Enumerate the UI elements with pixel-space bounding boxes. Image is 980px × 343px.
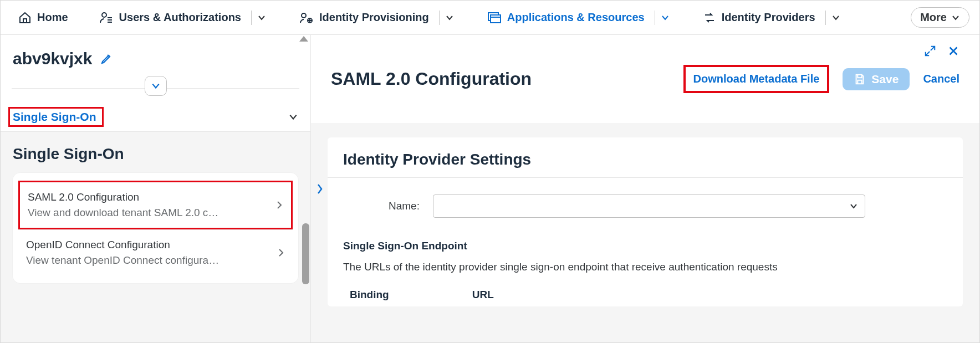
save-button[interactable]: Save (843, 68, 910, 90)
nav-users-label: Users & Authorizations (119, 11, 241, 24)
nav-users-dropdown[interactable] (254, 13, 269, 22)
nav-idp-dropdown[interactable] (828, 13, 844, 22)
apps-icon (487, 11, 502, 24)
highlight-box: Download Metadata File (683, 65, 830, 93)
nav-apps[interactable]: Applications & Resources (479, 7, 652, 29)
tenant-header: abv9kvjxk (1, 35, 310, 74)
item-title: SAML 2.0 Configuration (28, 191, 270, 203)
sidebar: abv9kvjxk Single Sign-On Single Sign-On (1, 35, 311, 342)
page-title: SAML 2.0 Configuration (331, 69, 532, 89)
svg-point-0 (102, 13, 106, 17)
table-header: Binding URL (328, 283, 963, 306)
split-handle[interactable] (311, 173, 329, 204)
provisioning-icon (299, 11, 314, 24)
content: SAML 2.0 Configuration Download Metadata… (311, 35, 979, 342)
tab-single-sign-on[interactable]: Single Sign-On (1, 103, 310, 132)
nav-separator (439, 11, 440, 25)
expand-icon[interactable] (924, 45, 936, 57)
sso-endpoint-heading: Single Sign-On Endpoint (328, 234, 963, 257)
chevron-down-icon (849, 202, 858, 211)
panel-title: Identity Provider Settings (328, 137, 963, 178)
idp-icon (703, 11, 716, 24)
nav-apps-dropdown[interactable] (657, 13, 673, 22)
tenant-name: abv9kvjxk (13, 49, 92, 68)
item-subtitle: View and download tenant SAML 2.0 c… (28, 207, 270, 219)
svg-point-1 (302, 13, 306, 18)
sidebar-item-saml[interactable]: SAML 2.0 Configuration View and download… (18, 181, 293, 229)
sso-endpoint-desc: The URLs of the identity provider single… (328, 257, 963, 283)
scroll-up-icon[interactable] (299, 36, 308, 42)
cancel-button[interactable]: Cancel (923, 73, 959, 85)
name-label: Name: (389, 200, 420, 212)
sidebar-card: SAML 2.0 Configuration View and download… (13, 173, 298, 283)
identity-provider-panel: Identity Provider Settings Name: Single … (328, 137, 963, 306)
col-binding: Binding (350, 289, 389, 301)
nav-home[interactable]: Home (11, 7, 76, 29)
top-nav: Home Users & Authorizations Identity Pro… (1, 1, 979, 35)
header-actions: Download Metadata File Save Cancel (683, 65, 959, 93)
nav-more-button[interactable]: More (911, 7, 969, 28)
main: abv9kvjxk Single Sign-On Single Sign-On (1, 35, 979, 342)
expander-row (1, 74, 310, 103)
nav-apps-label: Applications & Resources (507, 11, 645, 24)
col-url: URL (472, 289, 494, 301)
nav-separator (825, 11, 826, 25)
nav-users[interactable]: Users & Authorizations (91, 7, 249, 29)
chevron-right-icon (277, 248, 285, 258)
sidebar-body: Single Sign-On SAML 2.0 Configuration Vi… (1, 132, 310, 342)
download-metadata-button[interactable]: Download Metadata File (693, 73, 820, 85)
save-icon (854, 73, 866, 85)
nav-provisioning[interactable]: Identity Provisioning (292, 7, 437, 29)
form-row-name: Name: (328, 178, 963, 234)
sidebar-item-oidc[interactable]: OpenID Connect Configuration View tenant… (18, 229, 293, 275)
nav-more-label: More (920, 11, 947, 24)
home-icon (18, 11, 32, 24)
save-label: Save (871, 73, 899, 86)
nav-idp[interactable]: Identity Providers (695, 7, 823, 29)
tab-label: Single Sign-On (13, 110, 96, 124)
edit-icon[interactable] (100, 52, 113, 65)
content-header: SAML 2.0 Configuration Download Metadata… (311, 35, 979, 110)
nav-separator (655, 11, 655, 25)
content-body: Identity Provider Settings Name: Single … (311, 123, 979, 342)
name-select[interactable] (433, 194, 865, 218)
svg-rect-4 (491, 15, 501, 23)
users-icon (99, 11, 114, 24)
chevron-right-icon (275, 200, 283, 210)
sidebar-heading: Single Sign-On (13, 145, 298, 163)
scrollbar-thumb[interactable] (302, 223, 309, 284)
close-icon[interactable] (947, 45, 959, 57)
chevron-down-icon (288, 112, 298, 122)
item-title: OpenID Connect Configuration (26, 239, 272, 251)
nav-idp-label: Identity Providers (722, 11, 815, 24)
nav-home-label: Home (37, 11, 68, 24)
nav-provisioning-label: Identity Provisioning (319, 11, 429, 24)
nav-provisioning-dropdown[interactable] (442, 13, 457, 22)
nav-separator (251, 11, 252, 25)
expander-button[interactable] (145, 76, 167, 96)
item-subtitle: View tenant OpenID Connect configura… (26, 254, 272, 267)
